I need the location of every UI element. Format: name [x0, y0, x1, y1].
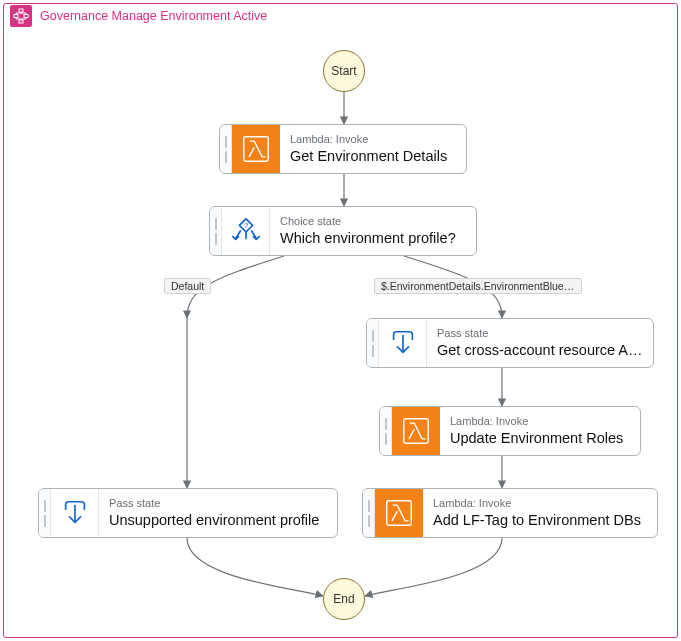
drag-handle[interactable]	[363, 489, 375, 537]
lambda-icon	[232, 125, 280, 173]
state-name: Get Environment Details	[290, 148, 456, 165]
step-functions-icon	[10, 5, 32, 27]
state-type-label: Lambda: Invoke	[290, 133, 456, 146]
pass-icon	[51, 489, 99, 537]
state-type-label: Lambda: Invoke	[450, 415, 630, 428]
svg-rect-1	[19, 20, 23, 23]
state-update-environment-roles[interactable]: Lambda: Invoke Update Environment Roles	[379, 406, 641, 456]
lambda-icon	[375, 489, 423, 537]
drag-handle[interactable]	[367, 319, 379, 367]
svg-rect-0	[19, 9, 23, 12]
workflow-header: Governance Manage Environment Active	[4, 4, 677, 28]
state-type-label: Lambda: Invoke	[433, 497, 647, 510]
svg-rect-2	[14, 15, 18, 18]
edge-label-default: Default	[164, 278, 211, 294]
state-name: Unsupported environment profile	[109, 512, 327, 529]
state-get-environment-details[interactable]: Lambda: Invoke Get Environment Details	[219, 124, 467, 174]
drag-handle[interactable]	[210, 207, 222, 255]
drag-handle[interactable]	[220, 125, 232, 173]
workflow-frame: Governance Manage Environment Active Sta	[3, 3, 678, 638]
pass-icon	[379, 319, 427, 367]
drag-handle[interactable]	[39, 489, 51, 537]
state-type-label: Choice state	[280, 215, 466, 228]
state-type-label: Pass state	[109, 497, 327, 510]
state-which-environment-profile[interactable]: ? Choice state Which environment profile…	[209, 206, 477, 256]
choice-icon: ?	[222, 207, 270, 255]
state-add-lf-tag[interactable]: Lambda: Invoke Add LF-Tag to Environment…	[362, 488, 658, 538]
edge-label-match: $.EnvironmentDetails.EnvironmentBluep…	[374, 278, 582, 294]
svg-rect-7	[404, 419, 429, 444]
svg-text:?: ?	[243, 221, 247, 230]
state-name: Add LF-Tag to Environment DBs	[433, 512, 647, 529]
workflow-canvas[interactable]: Start Lambda: Invoke Get Environment Det…	[4, 28, 677, 637]
state-type-label: Pass state	[437, 327, 643, 340]
workflow-title: Governance Manage Environment Active	[40, 9, 267, 23]
state-name: Get cross-account resource ARNs	[437, 342, 643, 359]
lambda-icon	[392, 407, 440, 455]
end-node[interactable]: End	[323, 578, 365, 620]
state-unsupported-profile[interactable]: Pass state Unsupported environment profi…	[38, 488, 338, 538]
start-node[interactable]: Start	[323, 50, 365, 92]
state-get-cross-account-arns[interactable]: Pass state Get cross-account resource AR…	[366, 318, 654, 368]
state-name: Which environment profile?	[280, 230, 466, 247]
svg-rect-8	[387, 501, 412, 526]
state-name: Update Environment Roles	[450, 430, 630, 447]
drag-handle[interactable]	[380, 407, 392, 455]
svg-rect-3	[24, 15, 28, 18]
